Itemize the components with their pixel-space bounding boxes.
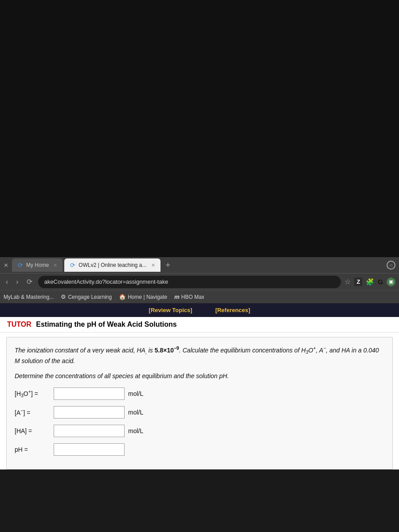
tab-myhome-label: My Home <box>26 262 49 268</box>
tab-owlv2-label: OWLv2 | Online teaching a... <box>78 262 146 268</box>
reload-button[interactable]: ⟳ <box>24 277 35 287</box>
h3o-input[interactable] <box>54 387 125 400</box>
browser-chrome: ✕ ⟳ My Home ✕ ⟳ OWLv2 | Online teaching … <box>0 257 399 303</box>
bookmarks-bar: MyLab & Mastering... ⚙ Cengage Learning … <box>0 290 399 303</box>
tab-bar: ✕ ⟳ My Home ✕ ⟳ OWLv2 | Online teaching … <box>0 257 399 273</box>
bookmark-mylab[interactable]: MyLab & Mastering... <box>4 294 54 300</box>
bookmark-hbomax[interactable]: m HBO Max <box>174 293 204 300</box>
extensions-icon[interactable]: 🧩 <box>366 278 374 286</box>
hbomax-icon: m <box>174 293 180 300</box>
ph-input[interactable] <box>54 443 125 456</box>
tab-myhome[interactable]: ⟳ My Home ✕ <box>12 258 63 272</box>
home-navigate-icon: 🏠 <box>119 293 126 300</box>
bookmark-home-navigate-label: Home | Navigate <box>128 294 167 300</box>
ph-input-row: pH = <box>15 443 384 456</box>
tutor-label: TUTOR <box>7 321 31 328</box>
ha-unit: mol/L <box>128 427 143 434</box>
aminus-unit: mol/L <box>128 409 143 416</box>
bookmark-mylab-label: MyLab & Mastering... <box>4 294 54 300</box>
browser-menu-icon[interactable]: ○ <box>387 261 395 270</box>
aminus-input[interactable] <box>54 406 125 419</box>
cengage-icon: ⚙ <box>61 293 66 300</box>
page-content: [Review Topics] [References] TUTOR Estim… <box>0 303 399 469</box>
tab-owlv2[interactable]: ⟳ OWLv2 | Online teaching a... ✕ <box>64 258 160 272</box>
z-icon: Z <box>354 278 362 286</box>
address-bar-input[interactable] <box>38 276 341 288</box>
question-text-1: The ionization constant of a very weak a… <box>15 344 384 366</box>
references-button[interactable]: [References] <box>213 306 253 314</box>
question-subtitle: Determine the concentrations of all spec… <box>15 372 384 379</box>
tab-owlv2-close[interactable]: ✕ <box>151 262 155 268</box>
question-body: The ionization constant of a very weak a… <box>6 337 393 469</box>
bookmark-star-icon[interactable]: ☆ <box>344 278 351 286</box>
dark-background-area <box>0 0 399 257</box>
add-tab-button[interactable]: + <box>162 261 174 270</box>
tab-owlv2-icon: ⟳ <box>70 262 76 268</box>
aminus-label: [A−] = <box>15 408 50 416</box>
window-close-icon[interactable]: ✕ <box>4 262 8 269</box>
bookmark-cengage[interactable]: ⚙ Cengage Learning <box>61 293 112 300</box>
address-bar-row: ‹ › ⟳ ☆ Z 🧩 G ▣ <box>0 273 399 290</box>
h3o-unit: mol/L <box>128 390 143 397</box>
review-topics-button[interactable]: [Review Topics] <box>146 306 195 314</box>
aminus-input-row: [A−] = mol/L <box>15 406 384 419</box>
tab-myhome-close[interactable]: ✕ <box>53 262 57 268</box>
question-title-bar: TUTOR Estimating the pH of Weak Acid Sol… <box>0 317 399 332</box>
ph-label: pH = <box>15 446 50 453</box>
tab-myhome-icon: ⟳ <box>17 262 23 268</box>
forward-button[interactable]: › <box>14 277 20 287</box>
question-title: Estimating the pH of Weak Acid Solutions <box>36 321 176 328</box>
google-icon[interactable]: G <box>378 278 383 286</box>
ha-input[interactable] <box>54 425 125 437</box>
owlv2-toolbar: [Review Topics] [References] <box>0 303 399 317</box>
ha-input-row: [HA] = mol/L <box>15 425 384 437</box>
h3o-label: [H3O+] = <box>15 389 50 398</box>
bookmark-home-navigate[interactable]: 🏠 Home | Navigate <box>119 293 167 300</box>
bookmark-cengage-label: Cengage Learning <box>68 294 112 300</box>
back-button[interactable]: ‹ <box>4 277 10 287</box>
account-icon[interactable]: ▣ <box>387 278 395 286</box>
bookmark-hbomax-label: HBO Max <box>181 294 204 300</box>
h3o-input-row: [H3O+] = mol/L <box>15 387 384 400</box>
ha-label: [HA] = <box>15 427 50 434</box>
